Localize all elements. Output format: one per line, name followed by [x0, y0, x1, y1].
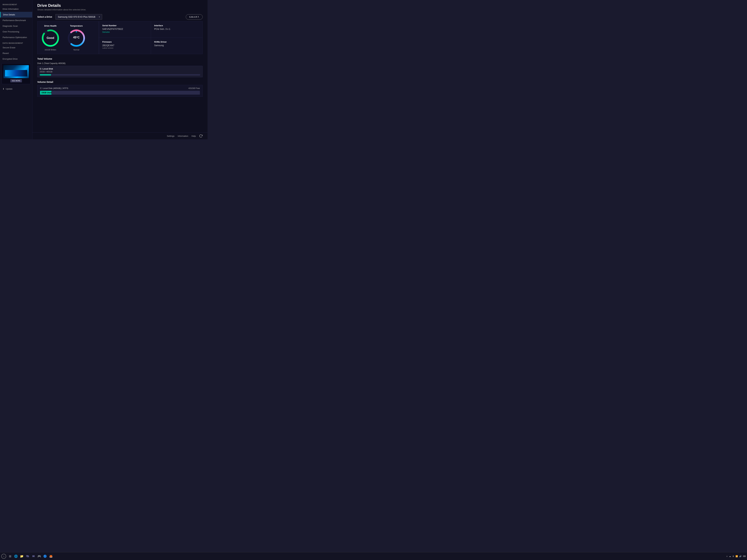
temp-status: Normal: [73, 49, 79, 51]
sidebar-item-secure-erase[interactable]: Secure Erase: [0, 45, 32, 50]
firmware-cell: Firmware 2B2QEXM7 Latest version: [99, 38, 151, 54]
temp-label: Temperature: [70, 25, 83, 27]
see-more-button[interactable]: SEE MORE: [10, 79, 22, 82]
volume-section: Total Volume Disk 1 (Total Capacity 465G…: [32, 54, 207, 132]
disk-bar-fill: [40, 74, 51, 76]
sidebar-item-drive-information[interactable]: Drive Information: [0, 6, 32, 12]
settings-link[interactable]: Settings: [167, 135, 175, 137]
cards-row: Drive Health Good: [32, 21, 207, 54]
drive-select-dropdown[interactable]: Samsung SSD 970 EVO Plus 500GB: [55, 14, 102, 20]
disk-bar-container: C: Local Disk 33GB / 465GB: [37, 66, 203, 77]
nvme-driver-label: NVMe Driver: [154, 41, 199, 43]
management-section-label: MANAGEMENT: [0, 2, 32, 6]
drive-select-row: Select a Drive Samsung SSD 970 EVO Plus …: [32, 12, 207, 21]
health-written: 161GB Written: [45, 49, 56, 51]
volume-detail-row: C: Local Disk (465GB) | NTFS 431GB Free …: [37, 85, 203, 97]
temp-gauge-svg: 45°C: [67, 28, 86, 48]
interface-label: Interface: [154, 24, 199, 27]
interface-value: PCIe Gen. 3 x 1: [154, 28, 199, 30]
sidebar-item-performance-benchmark[interactable]: Performance Benchmark: [0, 18, 32, 23]
firmware-sub: Latest version: [102, 47, 148, 49]
temp-gauge-container: Temperature: [67, 25, 86, 51]
svg-text:45°C: 45°C: [73, 36, 80, 39]
volume-detail-name: C: Local Disk (465GB) | NTFS: [40, 87, 68, 89]
genuine-label: Genuine: [102, 31, 148, 33]
data-management-section-label: DATA MANAGEMENT: [0, 40, 32, 45]
volume-title: Total Volume: [37, 57, 203, 60]
sidebar-item-encrypted-drive[interactable]: Encrypted Drive: [0, 56, 32, 62]
health-label: Drive Health: [44, 25, 57, 27]
page-subtitle: Shows detailed information about the sel…: [37, 8, 203, 11]
smart-button[interactable]: S.M.A.R.T.: [186, 14, 203, 20]
disk-bar-track: [40, 74, 200, 76]
serial-number-cell: Serial Number S4EVNZFN707582Z Genuine: [99, 21, 151, 38]
nvme-driver-value: Samsung: [154, 44, 199, 47]
sidebar-item-diagnostic-scan[interactable]: Diagnostic Scan: [0, 23, 32, 29]
serial-number-label: Serial Number: [102, 24, 148, 27]
ad-image: [3, 65, 29, 78]
main-content: Drive Details Shows detailed information…: [32, 0, 207, 139]
information-link[interactable]: Information: [178, 135, 188, 137]
volume-detail-title: Volume Detail: [37, 81, 203, 83]
health-temp-card: Drive Health Good: [37, 21, 99, 54]
disk-label: Disk 1 (Total Capacity 465GB): [37, 62, 203, 64]
serial-number-value: S4EVNZFN707582Z: [102, 28, 148, 30]
nvme-driver-cell: NVMe Driver Samsung: [151, 38, 203, 54]
select-drive-label: Select a Drive: [37, 16, 52, 18]
partition-usage: 33GB / 465GB: [40, 71, 200, 73]
sidebar: MANAGEMENT Drive Information Drive Detai…: [0, 0, 32, 139]
firmware-label: Firmware: [102, 41, 148, 43]
volume-detail-info: C: Local Disk (465GB) | NTFS 431GB Free: [40, 87, 200, 89]
volume-detail-free: 431GB Free: [188, 87, 200, 89]
refresh-icon[interactable]: [199, 134, 203, 138]
svg-marker-5: [76, 31, 77, 32]
sidebar-item-over-provisioning[interactable]: Over Provisioning: [0, 29, 32, 34]
sidebar-ad: SEE MORE: [2, 63, 31, 84]
sidebar-item-performance-optimization[interactable]: Performance Optimization: [0, 34, 32, 40]
volume-bar-used: 33GB Used: [40, 91, 51, 95]
app-footer: Settings Information Help: [32, 132, 207, 139]
partition-name: C: Local Disk: [40, 68, 200, 70]
sidebar-item-revert[interactable]: Revert: [0, 50, 32, 56]
volume-bar-track: 33GB Used: [40, 91, 200, 95]
health-gauge-svg: Good: [41, 28, 60, 48]
download-icon: ⬇: [3, 88, 4, 90]
page-header: Drive Details Shows detailed information…: [32, 0, 207, 12]
interface-cell: Interface PCIe Gen. 3 x 1: [151, 21, 203, 38]
page-title: Drive Details: [37, 3, 203, 8]
update-button[interactable]: ⬇ Update: [0, 86, 32, 92]
drive-dropdown-wrapper: Samsung SSD 970 EVO Plus 500GB: [55, 14, 102, 20]
health-gauge-container: Drive Health Good: [41, 25, 60, 51]
firmware-value: 2B2QEXM7: [102, 44, 148, 47]
drive-info-card: Serial Number S4EVNZFN707582Z Genuine In…: [99, 21, 203, 54]
sidebar-item-drive-details[interactable]: Drive Details: [0, 12, 32, 18]
help-link[interactable]: Help: [191, 135, 196, 137]
svg-text:Good: Good: [47, 36, 54, 39]
